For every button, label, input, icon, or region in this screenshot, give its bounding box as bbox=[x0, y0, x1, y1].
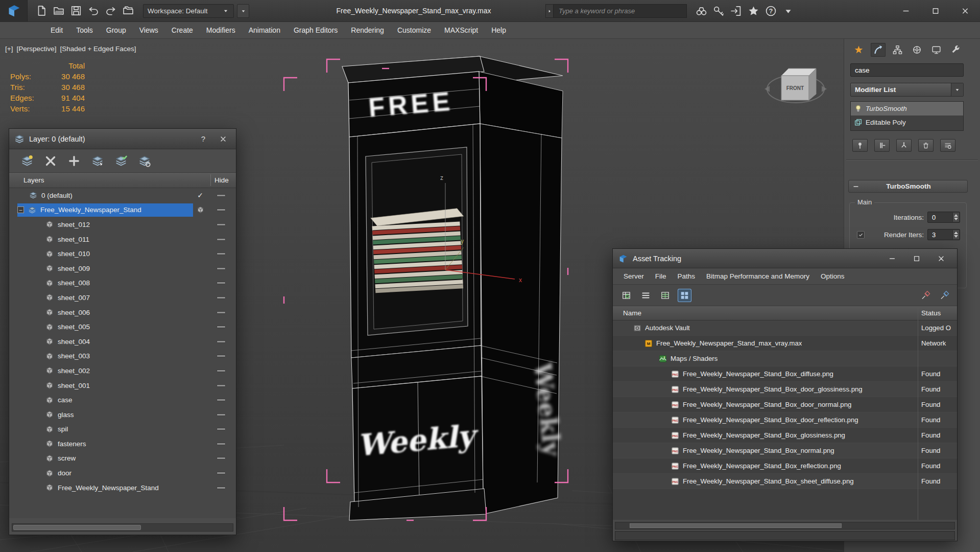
show-end-result-icon[interactable] bbox=[874, 139, 890, 152]
delete-layer-icon[interactable] bbox=[44, 155, 57, 167]
editable-poly-icon[interactable] bbox=[854, 118, 863, 127]
layer-row[interactable]: sheet_011 bbox=[9, 232, 236, 247]
hide-toggle[interactable] bbox=[217, 413, 226, 416]
hide-toggle[interactable] bbox=[217, 384, 226, 387]
search-input[interactable] bbox=[553, 4, 687, 18]
layer-row[interactable]: sheet_003 bbox=[9, 349, 236, 364]
asset-row[interactable]: PNGFree_Weekly_Newspaper_Stand_Box_door_… bbox=[613, 412, 957, 428]
menu-item[interactable]: Views bbox=[133, 22, 165, 38]
hide-toggle[interactable] bbox=[217, 223, 226, 226]
close-icon[interactable] bbox=[950, 0, 980, 22]
menu-item[interactable]: Customize bbox=[391, 22, 438, 38]
toolbar-options-dropdown[interactable] bbox=[237, 4, 249, 18]
asset-menu-item[interactable]: Options bbox=[815, 268, 850, 284]
asset-menu-item[interactable]: Paths bbox=[672, 268, 701, 284]
menu-item[interactable]: Edit bbox=[44, 22, 69, 38]
asset-row[interactable]: PNGFree_Weekly_Newspaper_Stand_Box_diffu… bbox=[613, 366, 957, 382]
strip-path-icon[interactable] bbox=[938, 289, 951, 302]
asset-tracking-titlebar[interactable]: Asset Tracking bbox=[613, 249, 957, 268]
key-icon[interactable] bbox=[713, 5, 725, 17]
layer-row[interactable]: sheet_001 bbox=[9, 378, 236, 393]
tab-motion-icon[interactable] bbox=[910, 43, 924, 57]
bulb-on-icon[interactable] bbox=[854, 104, 863, 113]
asset-row[interactable]: PNGFree_Weekly_Newspaper_Stand_Box_door_… bbox=[613, 397, 957, 412]
help-icon[interactable]: ? bbox=[765, 5, 777, 17]
hide-toggle[interactable] bbox=[217, 340, 226, 343]
menu-item[interactable]: Group bbox=[100, 22, 133, 38]
asset-menu-item[interactable]: File bbox=[650, 268, 672, 284]
hide-column-header[interactable]: Hide bbox=[214, 176, 229, 184]
layers-column-header[interactable]: Layers bbox=[9, 176, 44, 184]
set-current-layer-icon[interactable] bbox=[114, 155, 128, 167]
viewcube-front-label[interactable]: FRONT bbox=[786, 85, 804, 91]
asset-row[interactable]: PNGFree_Weekly_Newspaper_Stand_Box_refle… bbox=[613, 458, 957, 474]
hide-toggle[interactable] bbox=[217, 296, 226, 299]
modifier-stack-row[interactable]: Editable Poly bbox=[851, 116, 963, 129]
app-logo[interactable] bbox=[0, 0, 28, 21]
close-button[interactable] bbox=[216, 132, 231, 146]
modifier-list-dropdown[interactable]: Modifier List bbox=[850, 83, 964, 97]
layer-row[interactable]: sheet_004 bbox=[9, 334, 236, 349]
menu-item[interactable]: Graph Editors bbox=[287, 22, 344, 38]
asset-menu-item[interactable]: Server bbox=[618, 268, 650, 284]
hide-toggle[interactable] bbox=[217, 267, 226, 270]
hide-toggle[interactable] bbox=[217, 194, 226, 197]
refresh-bitmaps-icon[interactable] bbox=[620, 289, 633, 302]
hide-toggle[interactable] bbox=[217, 282, 226, 284]
layer-row[interactable]: –Free_Weekly_Newspaper_Stand bbox=[9, 203, 236, 218]
layer-row[interactable]: screw bbox=[9, 451, 236, 466]
hide-toggle[interactable] bbox=[217, 252, 226, 255]
tab-display-icon[interactable] bbox=[929, 43, 944, 57]
configure-modifier-sets-icon[interactable] bbox=[940, 139, 955, 152]
view-table-icon[interactable] bbox=[659, 289, 672, 302]
caret-down-icon[interactable] bbox=[782, 5, 794, 17]
hide-toggle[interactable] bbox=[217, 370, 226, 372]
layer-row[interactable]: sheet_002 bbox=[9, 363, 236, 378]
search-history-button[interactable] bbox=[545, 4, 553, 18]
add-to-layer-icon[interactable] bbox=[67, 155, 81, 167]
asset-row[interactable]: PNGFree_Weekly_Newspaper_Stand_Box_sheet… bbox=[613, 474, 957, 489]
save-file-icon[interactable] bbox=[70, 5, 82, 16]
scrollbar-thumb[interactable] bbox=[630, 523, 842, 528]
view-grid-icon[interactable] bbox=[678, 289, 691, 302]
make-unique-icon[interactable] bbox=[896, 139, 912, 152]
new-layer-icon[interactable] bbox=[20, 155, 34, 167]
workspace-selector[interactable]: Workspace: Default bbox=[143, 4, 234, 18]
tab-utilities-icon[interactable] bbox=[948, 43, 963, 57]
sign-in-icon[interactable] bbox=[730, 5, 742, 17]
menu-item[interactable]: Animation bbox=[242, 22, 287, 38]
open-file-icon[interactable] bbox=[53, 5, 64, 16]
modifier-stack-row[interactable]: TurboSmooth bbox=[851, 102, 963, 116]
undo-icon[interactable] bbox=[88, 5, 99, 16]
iterations-spinner[interactable]: 0 bbox=[927, 212, 960, 223]
tab-create-icon[interactable] bbox=[851, 43, 866, 57]
layer-row[interactable]: sheet_005 bbox=[9, 319, 236, 334]
layer-row[interactable]: Free_Weekly_Newspaper_Stand bbox=[9, 480, 236, 495]
maximize-icon[interactable] bbox=[910, 254, 923, 264]
help-button[interactable]: ? bbox=[196, 132, 211, 146]
layer-properties-icon[interactable] bbox=[138, 155, 151, 167]
layer-row[interactable]: glass bbox=[9, 407, 236, 422]
hide-toggle[interactable] bbox=[217, 428, 226, 430]
asset-row[interactable]: Maps / Shaders bbox=[613, 351, 957, 366]
favorites-star-icon[interactable] bbox=[748, 5, 759, 17]
hide-toggle[interactable] bbox=[217, 472, 226, 474]
layer-row[interactable]: fasteners bbox=[9, 436, 236, 451]
pin-stack-icon[interactable] bbox=[852, 139, 868, 152]
asset-row[interactable]: Autodesk VaultLogged O bbox=[613, 320, 957, 336]
hide-toggle[interactable] bbox=[217, 238, 226, 241]
project-folder-icon[interactable] bbox=[123, 5, 134, 16]
asset-horizontal-scrollbar[interactable] bbox=[615, 522, 955, 530]
set-path-icon[interactable] bbox=[919, 289, 932, 302]
hide-toggle[interactable] bbox=[217, 457, 226, 459]
remove-modifier-icon[interactable] bbox=[918, 139, 934, 152]
asset-row[interactable]: PNGFree_Weekly_Newspaper_Stand_Box_door_… bbox=[613, 382, 957, 397]
name-column-header[interactable]: Name bbox=[613, 309, 641, 317]
view-list-icon[interactable] bbox=[639, 289, 652, 302]
viewport-label-segment[interactable]: [Shaded + Edged Faces] bbox=[60, 45, 136, 53]
spinner-arrows[interactable] bbox=[952, 230, 959, 239]
hide-toggle[interactable] bbox=[217, 399, 226, 401]
layer-row[interactable]: sheet_012 bbox=[9, 217, 236, 232]
object-name-field[interactable]: case bbox=[850, 63, 964, 77]
menu-item[interactable]: Create bbox=[165, 22, 200, 38]
